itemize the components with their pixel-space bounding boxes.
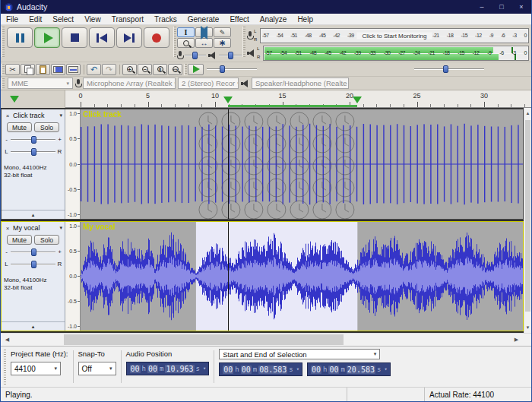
zoom-in-button[interactable]: + bbox=[122, 64, 137, 75]
skip-end-button[interactable] bbox=[116, 27, 142, 48]
slider-thumb[interactable] bbox=[31, 248, 36, 256]
playback-meter[interactable]: -57-54-51-48-45-42-39-33-30-27-24-21-18-… bbox=[263, 46, 529, 61]
scroll-left-icon[interactable]: ◀ bbox=[1, 334, 14, 346]
track-menu-icon[interactable]: ▾ bbox=[59, 112, 62, 119]
device-toolbar-grip[interactable] bbox=[2, 78, 5, 89]
menu-generate[interactable]: Generate bbox=[182, 14, 225, 25]
menu-file[interactable]: File bbox=[1, 14, 24, 25]
vertical-scroll-thumb[interactable] bbox=[525, 120, 530, 312]
slider-thumb[interactable] bbox=[228, 52, 233, 59]
horizontal-scroll-thumb[interactable] bbox=[64, 334, 344, 345]
scroll-up-icon[interactable]: ▲ bbox=[524, 108, 531, 119]
multi-tool-button[interactable] bbox=[214, 38, 231, 48]
paste-button[interactable] bbox=[36, 64, 50, 75]
skip-start-button[interactable] bbox=[89, 27, 115, 48]
menu-tracks[interactable]: Tracks bbox=[149, 14, 182, 25]
selection-tool-button[interactable] bbox=[177, 27, 195, 37]
trim-button[interactable] bbox=[51, 64, 65, 75]
zoom-out-button[interactable]: − bbox=[138, 64, 152, 75]
pause-button[interactable] bbox=[7, 27, 33, 48]
waveform-canvas[interactable] bbox=[81, 222, 523, 331]
gain-slider[interactable] bbox=[11, 248, 55, 257]
stop-button[interactable] bbox=[62, 27, 87, 48]
quick-play-end-marker[interactable] bbox=[353, 97, 362, 103]
pan-slider[interactable] bbox=[11, 260, 55, 269]
menu-select[interactable]: Select bbox=[47, 14, 79, 25]
minimize-button[interactable]: – bbox=[472, 0, 492, 14]
track-collapse-button[interactable]: ▴ bbox=[2, 321, 65, 331]
track-close-button[interactable]: × bbox=[4, 225, 11, 232]
slider-thumb[interactable] bbox=[443, 65, 448, 73]
menu-help[interactable]: Help bbox=[292, 14, 318, 25]
transport-toolbar-grip[interactable] bbox=[2, 27, 5, 57]
mute-button[interactable]: Mute bbox=[7, 122, 32, 132]
draw-tool-button[interactable] bbox=[214, 27, 231, 37]
playback-volume-slider[interactable] bbox=[219, 51, 242, 60]
solo-button[interactable]: Solo bbox=[34, 122, 59, 132]
copy-button[interactable] bbox=[21, 64, 35, 75]
zoom-sel-button[interactable]: ‖ bbox=[153, 64, 167, 75]
envelope-tool-button[interactable] bbox=[195, 27, 213, 37]
track-close-button[interactable]: × bbox=[4, 112, 11, 119]
slider-thumb[interactable] bbox=[31, 148, 36, 156]
scroll-right-icon[interactable]: ▶ bbox=[510, 334, 523, 346]
timeline-ruler[interactable]: 051015202530 bbox=[65, 90, 531, 108]
silence-button[interactable] bbox=[66, 64, 81, 75]
horizontal-scrollbar[interactable]: ◀ ▶ bbox=[1, 333, 531, 346]
timeshift-tool-button[interactable] bbox=[195, 38, 213, 48]
menu-effect[interactable]: Effect bbox=[224, 14, 254, 25]
redo-button[interactable] bbox=[102, 64, 116, 75]
zoom-fit-button[interactable]: ▭ bbox=[168, 64, 182, 75]
pan-slider[interactable] bbox=[11, 147, 55, 157]
horizontal-scroll-track[interactable] bbox=[14, 334, 510, 346]
track-title[interactable]: Click track bbox=[13, 112, 58, 119]
track-menu-icon[interactable]: ▾ bbox=[59, 225, 62, 231]
zoom-tool-button[interactable] bbox=[177, 38, 195, 48]
selection-start-field[interactable]: 00h00m08.583s▾ bbox=[219, 362, 302, 376]
snap-to-select[interactable]: Off ▾ bbox=[78, 362, 116, 375]
titlebar[interactable]: Audacity – □ × bbox=[1, 0, 531, 14]
audio-host-select[interactable]: MME ▾ bbox=[8, 78, 73, 89]
slider-thumb[interactable] bbox=[31, 136, 36, 144]
menu-edit[interactable]: Edit bbox=[24, 14, 47, 25]
play-at-speed-button[interactable] bbox=[188, 64, 204, 75]
maximize-button[interactable]: □ bbox=[492, 0, 511, 14]
track-collapse-button[interactable]: ▴ bbox=[2, 210, 65, 219]
edit-toolbar-grip[interactable] bbox=[2, 64, 5, 75]
mute-button[interactable]: Mute bbox=[7, 235, 32, 245]
close-button[interactable]: × bbox=[511, 0, 531, 14]
meter-toolbar-grip[interactable] bbox=[242, 27, 245, 57]
recording-channels-select[interactable]: 2 (Stereo) Recor ▾ bbox=[178, 78, 239, 89]
play-button[interactable] bbox=[34, 27, 60, 48]
slider-thumb[interactable] bbox=[220, 65, 225, 73]
recording-meter[interactable]: -57-54-51-48-45-42-39-36-33-30-27-24-21-… bbox=[260, 28, 529, 43]
play-at-speed-slider[interactable] bbox=[207, 65, 257, 74]
vertical-scrollbar[interactable]: ▲ ▼ bbox=[524, 108, 531, 333]
amplitude-ruler[interactable]: 1.00.50.0-0.5-1.0 bbox=[65, 109, 81, 219]
slider-thumb[interactable] bbox=[192, 52, 198, 59]
menu-transport[interactable]: Transport bbox=[106, 14, 149, 25]
recording-device-select[interactable]: Microphone Array (Realtek ▾ bbox=[83, 78, 176, 89]
gain-slider[interactable] bbox=[11, 135, 55, 144]
vertical-scroll-track[interactable] bbox=[524, 119, 531, 322]
audio-position-field[interactable]: 00h00m10.963s▾ bbox=[126, 362, 210, 375]
solo-button[interactable]: Solo bbox=[34, 235, 59, 245]
pinned-playhead-button[interactable] bbox=[10, 96, 19, 103]
recording-volume-slider[interactable] bbox=[185, 51, 206, 60]
menu-view[interactable]: View bbox=[79, 14, 106, 25]
waveform-canvas[interactable] bbox=[81, 109, 523, 219]
seek-slider[interactable] bbox=[414, 65, 484, 74]
selection-end-field[interactable]: 00h00m20.583s▾ bbox=[307, 362, 391, 376]
selection-mode-select[interactable]: Start and End of Selection ▾ bbox=[219, 349, 380, 359]
amplitude-ruler[interactable]: 1.00.50.0-0.5-1.0 bbox=[65, 222, 81, 331]
play-at-speed-grip[interactable] bbox=[184, 64, 187, 75]
track-title[interactable]: My vocal bbox=[13, 224, 58, 232]
menu-analyze[interactable]: Analyze bbox=[255, 14, 293, 25]
tools-toolbar-grip[interactable] bbox=[173, 27, 176, 57]
scroll-down-icon[interactable]: ▼ bbox=[524, 322, 531, 333]
project-rate-select[interactable]: 44100 ▾ bbox=[11, 362, 61, 375]
slider-thumb[interactable] bbox=[31, 261, 36, 268]
selection-toolbar-grip[interactable] bbox=[3, 350, 6, 385]
playhead-marker[interactable] bbox=[223, 97, 233, 103]
record-button[interactable] bbox=[144, 27, 169, 48]
